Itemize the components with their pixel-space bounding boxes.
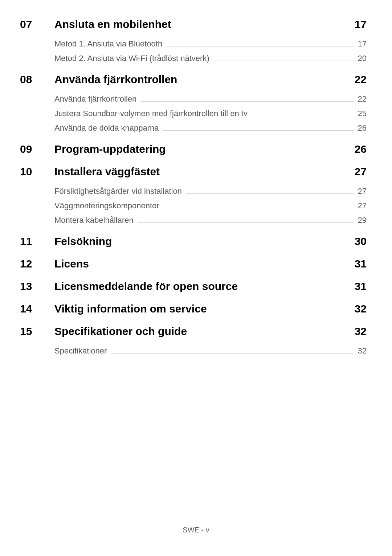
toc-section: 11 Felsökning 30 (20, 235, 367, 248)
toc-section: 14 Viktig information om service 32 (20, 303, 367, 315)
toc-section: 15 Specifikationer och guide 32 Specifik… (20, 325, 367, 356)
section-title: Använda fjärrkontrollen (54, 73, 347, 86)
section-page: 32 (355, 325, 367, 338)
toc-section-header: 15 Specifikationer och guide 32 (20, 325, 367, 338)
section-title: Felsökning (54, 235, 347, 248)
section-page: 31 (355, 280, 367, 293)
section-number: 08 (20, 73, 54, 86)
subitem-page: 29 (358, 216, 367, 225)
section-number: 15 (20, 325, 54, 338)
toc-subitem: Metod 1. Ansluta via Bluetooth 17 (54, 39, 367, 49)
toc-section-header: 10 Installera väggfästet 27 (20, 165, 367, 178)
toc-content: 07 Ansluta en mobilenhet 17 Metod 1. Ans… (0, 0, 392, 356)
toc-section-header: 09 Program-uppdatering 26 (20, 143, 367, 155)
subitem-page: 27 (358, 187, 367, 196)
section-title: Viktig information om service (54, 303, 347, 315)
section-title: Ansluta en mobilenhet (54, 18, 347, 30)
subitems: Metod 1. Ansluta via Bluetooth 17 Metod … (20, 39, 367, 63)
leader-line (163, 130, 353, 131)
section-title: Program-uppdatering (54, 143, 347, 155)
toc-subitem: Justera Soundbar-volymen med fjärrkontro… (54, 109, 367, 118)
leader-line (214, 61, 354, 61)
leader-line (164, 208, 354, 208)
toc-subitem: Försiktighetsåtgärder vid installation 2… (54, 187, 367, 196)
section-page: 31 (355, 258, 367, 270)
section-title: Specifikationer och guide (54, 325, 347, 338)
section-page: 22 (355, 73, 367, 86)
page-footer: SWE - v (0, 526, 392, 534)
subitem-title: Metod 1. Ansluta via Bluetooth (54, 39, 162, 49)
leader-line (141, 101, 353, 102)
section-page: 32 (355, 303, 367, 315)
section-title: Installera väggfästet (54, 165, 347, 178)
section-number: 07 (20, 18, 54, 30)
subitem-page: 32 (358, 346, 367, 356)
section-number: 14 (20, 303, 54, 315)
leader-line (111, 353, 353, 353)
toc-subitem: Montera kabelhållaren 29 (54, 216, 367, 225)
subitems: Specifikationer 32 (20, 346, 367, 356)
toc-subitem: Specifikationer 32 (54, 346, 367, 356)
section-number: 11 (20, 235, 54, 248)
leader-line (186, 193, 354, 194)
subitem-title: Använda fjärrkontrollen (54, 94, 136, 104)
subitem-page: 17 (358, 39, 367, 49)
subitem-page: 25 (358, 109, 367, 118)
subitem-title: Montera kabelhållaren (54, 216, 134, 225)
toc-section: 07 Ansluta en mobilenhet 17 Metod 1. Ans… (20, 18, 367, 63)
toc-section-header: 12 Licens 31 (20, 258, 367, 270)
section-number: 09 (20, 143, 54, 155)
subitem-title: Metod 2. Ansluta via Wi-Fi (trådlöst nät… (54, 54, 209, 63)
subitems: Använda fjärrkontrollen 22 Justera Sound… (20, 94, 367, 133)
section-title: Licensmeddelande för open source (54, 280, 347, 293)
section-page: 26 (355, 143, 367, 155)
subitem-page: 22 (358, 94, 367, 104)
section-page: 30 (355, 235, 367, 248)
leader-line (138, 222, 354, 223)
subitem-title: Använda de dolda knapparna (54, 123, 159, 133)
section-page: 27 (355, 165, 367, 178)
leader-line (252, 116, 354, 116)
section-page: 17 (355, 18, 367, 30)
leader-line (167, 46, 353, 46)
subitem-title: Väggmonteringskomponenter (54, 201, 159, 210)
subitem-title: Specifikationer (54, 346, 107, 356)
subitem-page: 26 (358, 123, 367, 133)
subitem-title: Försiktighetsåtgärder vid installation (54, 187, 182, 196)
toc-section-header: 14 Viktig information om service 32 (20, 303, 367, 315)
toc-section-header: 07 Ansluta en mobilenhet 17 (20, 18, 367, 30)
toc-subitem: Väggmonteringskomponenter 27 (54, 201, 367, 210)
toc-section-header: 13 Licensmeddelande för open source 31 (20, 280, 367, 293)
toc-section: 10 Installera väggfästet 27 Försiktighet… (20, 165, 367, 225)
toc-subitem: Använda de dolda knapparna 26 (54, 123, 367, 133)
toc-section: 12 Licens 31 (20, 258, 367, 270)
subitem-page: 20 (358, 54, 367, 63)
subitem-page: 27 (358, 201, 367, 210)
section-number: 13 (20, 280, 54, 293)
toc-section: 13 Licensmeddelande för open source 31 (20, 280, 367, 293)
subitems: Försiktighetsåtgärder vid installation 2… (20, 187, 367, 225)
toc-subitem: Använda fjärrkontrollen 22 (54, 94, 367, 104)
section-title: Licens (54, 258, 347, 270)
toc-section-header: 11 Felsökning 30 (20, 235, 367, 248)
section-number: 10 (20, 165, 54, 178)
toc-section: 08 Använda fjärrkontrollen 22 Använda fj… (20, 73, 367, 133)
toc-section-header: 08 Använda fjärrkontrollen 22 (20, 73, 367, 86)
section-number: 12 (20, 258, 54, 270)
toc-subitem: Metod 2. Ansluta via Wi-Fi (trådlöst nät… (54, 54, 367, 63)
toc-section: 09 Program-uppdatering 26 (20, 143, 367, 155)
subitem-title: Justera Soundbar-volymen med fjärrkontro… (54, 109, 248, 118)
